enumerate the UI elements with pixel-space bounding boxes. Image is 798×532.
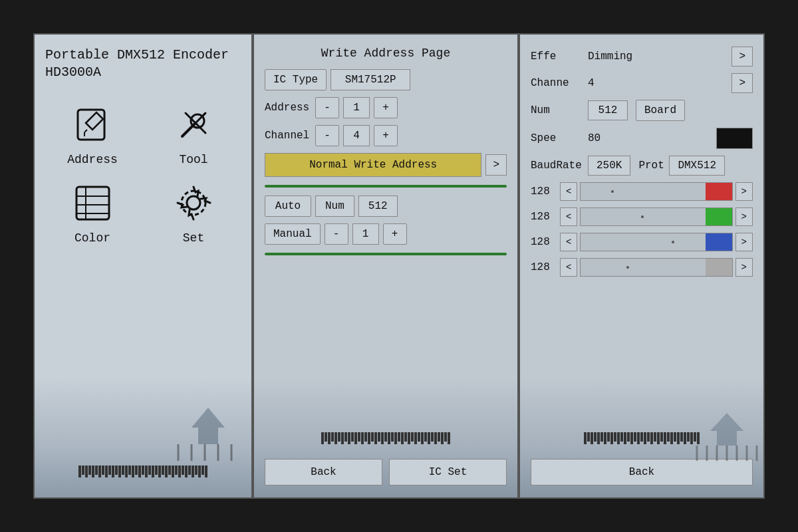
effe-label: Effe: [531, 51, 584, 63]
device-title: Portable DMX512 Encoder HD3000A: [45, 47, 241, 81]
screen-write-address: Write Address Page IC Type SM17512P Addr…: [253, 33, 519, 499]
ic-type-row: IC Type SM17512P: [265, 69, 507, 90]
wrench-icon: [170, 101, 217, 148]
screen-settings: Effe Dimming > Channe 4 > Num 512 Board …: [519, 33, 765, 499]
slider-green-row: 128 < >: [531, 207, 753, 226]
channe-row: Channe 4 >: [531, 73, 753, 93]
effe-row: Effe Dimming >: [531, 47, 753, 66]
list-icon: [69, 180, 116, 226]
slider-green-track: [580, 207, 732, 226]
address-field-label: Address: [265, 102, 311, 114]
manual-row: Manual - 1 +: [265, 223, 507, 245]
divider-2: [265, 253, 507, 255]
color-label: Color: [74, 231, 110, 245]
menu-item-set[interactable]: Set: [153, 180, 234, 245]
slider-white-label: 128: [531, 261, 557, 273]
fence-decoration-3: [520, 431, 763, 444]
auto-num-row: Auto Num 512: [265, 196, 507, 217]
set-label: Set: [183, 231, 204, 245]
write-address-title: Write Address Page: [265, 47, 507, 60]
manual-button[interactable]: Manual: [265, 223, 321, 245]
board-button[interactable]: Board: [636, 100, 685, 121]
channe-chevron[interactable]: >: [732, 73, 753, 93]
effe-value: Dimming: [588, 51, 728, 63]
slider-red-right[interactable]: >: [735, 182, 753, 201]
color-swatch-black: [716, 128, 753, 149]
ic-type-value: SM17512P: [331, 69, 410, 90]
num-settings-value: 512: [588, 100, 628, 120]
prot-value: DMX512: [669, 156, 725, 176]
fence-decoration-2: [254, 431, 517, 444]
baudrate-row: BaudRate 250K Prot DMX512: [531, 156, 753, 176]
slider-red-track: [580, 182, 732, 201]
channe-label: Channe: [531, 77, 584, 89]
slider-white-row: 128 < >: [531, 258, 753, 277]
num-settings-row: Num 512 Board: [531, 100, 753, 121]
slider-green-label: 128: [531, 211, 557, 223]
spee-label: Spee: [531, 132, 584, 144]
svg-point-21: [187, 196, 200, 209]
menu-item-address[interactable]: Address: [52, 101, 133, 166]
fence-decoration: [35, 464, 251, 477]
slider-white-left[interactable]: <: [560, 258, 577, 277]
manual-plus-button[interactable]: +: [383, 223, 407, 245]
channel-minus-button[interactable]: -: [315, 125, 339, 146]
spee-row: Spee 80: [531, 128, 753, 149]
channel-plus-button[interactable]: +: [374, 125, 398, 146]
spee-value: 80: [588, 132, 712, 144]
effe-chevron[interactable]: >: [732, 47, 753, 66]
svg-rect-7: [78, 110, 104, 140]
num-label: Num: [315, 196, 354, 217]
channel-row: Channel - 4 +: [265, 125, 507, 146]
slider-blue-label: 128: [531, 236, 557, 248]
auto-button[interactable]: Auto: [265, 196, 311, 217]
slider-green-right[interactable]: >: [735, 207, 753, 226]
slider-red-left[interactable]: <: [560, 182, 577, 201]
svg-point-22: [182, 191, 205, 215]
svg-rect-16: [76, 187, 109, 219]
address-plus-button[interactable]: +: [374, 97, 398, 118]
edit-icon: [69, 101, 116, 148]
slider-blue-row: 128 < >: [531, 233, 753, 251]
slider-blue-left[interactable]: <: [560, 233, 577, 251]
svg-line-8: [84, 130, 87, 132]
num-settings-label: Num: [531, 104, 584, 116]
tool-label: Tool: [179, 153, 207, 166]
address-row: Address - 1 +: [265, 97, 507, 118]
menu-item-color[interactable]: Color: [52, 180, 133, 245]
slider-red-label: 128: [531, 186, 557, 198]
baudrate-label: BaudRate: [531, 160, 584, 172]
slider-blue-track: [580, 233, 732, 251]
normal-write-chevron[interactable]: >: [485, 154, 507, 176]
prot-label: Prot: [638, 160, 665, 172]
address-value: 1: [343, 97, 370, 118]
normal-write-button[interactable]: Normal Write Address: [265, 153, 481, 177]
baudrate-value: 250K: [588, 156, 630, 176]
slider-blue-right[interactable]: >: [735, 233, 753, 251]
channe-value: 4: [588, 77, 728, 89]
slider-red-row: 128 < >: [531, 182, 753, 201]
channel-value: 4: [343, 125, 370, 146]
manual-value: 1: [352, 223, 379, 245]
main-menu-grid: Address T: [45, 101, 241, 245]
channel-field-label: Channel: [265, 130, 311, 142]
slider-white-right[interactable]: >: [735, 258, 753, 277]
slider-green-left[interactable]: <: [560, 207, 577, 226]
ic-type-button[interactable]: IC Type: [265, 69, 327, 90]
address-minus-button[interactable]: -: [315, 97, 339, 118]
num-value: 512: [358, 196, 398, 217]
divider-1: [265, 185, 507, 188]
gear-icon: [170, 180, 217, 226]
manual-minus-button[interactable]: -: [325, 223, 348, 245]
normal-write-row: Normal Write Address >: [265, 153, 507, 177]
slider-white-track: [580, 258, 732, 277]
screen-main-menu: Portable DMX512 Encoder HD3000A Address: [33, 33, 253, 499]
menu-item-tool[interactable]: Tool: [153, 101, 234, 166]
address-label: Address: [67, 153, 118, 166]
